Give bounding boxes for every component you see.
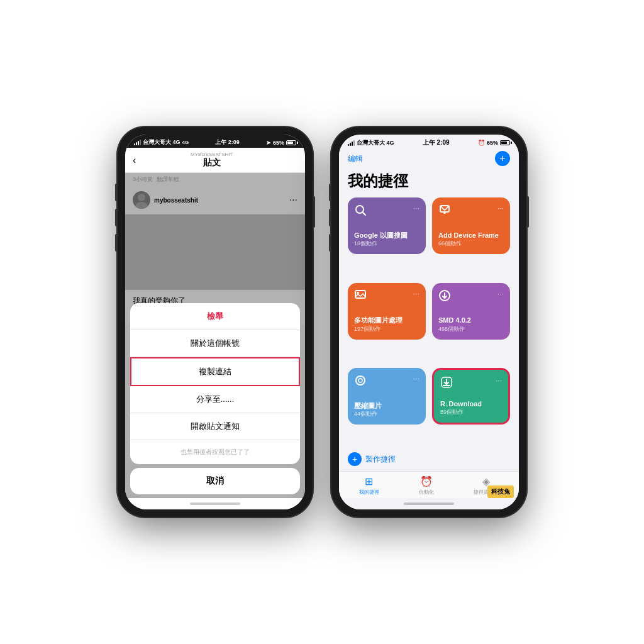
- action-item-copy[interactable]: 複製連結: [130, 357, 300, 386]
- battery-text-2: 65%: [487, 140, 498, 146]
- shortcuts-header: 編輯 +: [339, 148, 519, 171]
- action-cancel-button[interactable]: 取消: [130, 468, 300, 494]
- signal-icon-2: [348, 140, 355, 146]
- action-sheet-overlay: 檢舉 關於這個帳號 複製連結 分享至...... 開啟貼文通知 也禁用後者按照您…: [125, 173, 305, 498]
- card-options-6[interactable]: ···: [496, 376, 502, 385]
- card-count-6: 89個動作: [440, 408, 502, 416]
- scene: 台灣大哥大 4G 4G 上午 2:09 ➤ 65% ‹ MYBOSSEA: [0, 0, 644, 644]
- card-count-3: 197個動作: [354, 325, 419, 333]
- tab-automation[interactable]: ⏰ 自動化: [419, 475, 434, 496]
- tab-icon-shortcuts: ⊞: [365, 475, 373, 487]
- vol-up-button: [115, 209, 118, 226]
- post-area: 3小時前 翻譯年輕 mybosseatshit ··· 我真的受夠你了 分手吧: [125, 173, 305, 498]
- action-item-more: 也禁用後者按照您已了了: [130, 440, 300, 464]
- shortcut-card-4[interactable]: ··· SMD 4.0.2 498個動作: [432, 283, 510, 340]
- card-icon-6: [440, 376, 453, 392]
- svg-point-7: [357, 292, 359, 294]
- action-sheet: 檢舉 關於這個帳號 複製連結 分享至...... 開啟貼文通知 也禁用後者按照您…: [125, 299, 305, 498]
- tab-label-automation: 自動化: [419, 489, 434, 496]
- battery-text-1: 65%: [273, 140, 284, 146]
- carrier-1: 台灣大哥大 4G 4G: [134, 138, 189, 147]
- battery-icon-1: [286, 140, 296, 145]
- vol-down-button-2: [329, 234, 331, 252]
- home-indicator-2: [339, 498, 519, 509]
- make-shortcut-icon: +: [348, 452, 362, 466]
- card-count-5: 44個動作: [354, 410, 419, 418]
- card-name-2: Add Device Frame: [438, 231, 504, 240]
- card-icon-5: [354, 374, 367, 390]
- card-options-1[interactable]: ···: [413, 204, 419, 213]
- action-sheet-main: 檢舉 關於這個帳號 複製連結 分享至...... 開啟貼文通知 也禁用後者按照您…: [130, 303, 300, 464]
- action-item-about[interactable]: 關於這個帳號: [130, 330, 300, 357]
- battery-icon-2: [500, 140, 510, 145]
- svg-point-9: [356, 376, 365, 385]
- card-options-5[interactable]: ···: [413, 374, 419, 383]
- card-icon-2: [438, 204, 451, 219]
- card-icon-1: [354, 204, 367, 219]
- card-name-5: 壓縮圖片: [354, 401, 419, 410]
- card-count-1: 18個動作: [354, 240, 419, 248]
- card-icon-3: [354, 289, 367, 305]
- phone-1: 台灣大哥大 4G 4G 上午 2:09 ➤ 65% ‹ MYBOSSEA: [118, 127, 313, 517]
- home-indicator-1: [125, 498, 305, 509]
- vol-up-button-2: [329, 209, 331, 226]
- card-name-4: SMD 4.0.2: [438, 316, 504, 325]
- insta-header: ‹ MYBOSSEATSHIT 貼文: [125, 148, 305, 173]
- make-shortcut-row[interactable]: + 製作捷徑: [339, 447, 519, 471]
- status-bar-1: 台灣大哥大 4G 4G 上午 2:09 ➤ 65%: [125, 135, 305, 148]
- phone-2: 台灣大哥大 4G 上午 2:09 ⏰ 65% 編輯 + 我的捷徑: [331, 127, 526, 517]
- phone-1-screen: 台灣大哥大 4G 4G 上午 2:09 ➤ 65% ‹ MYBOSSEA: [125, 135, 305, 509]
- phone-2-screen: 台灣大哥大 4G 上午 2:09 ⏰ 65% 編輯 + 我的捷徑: [339, 135, 519, 509]
- shortcuts-title: 我的捷徑: [339, 171, 519, 197]
- action-sheet-title: 檢舉: [130, 303, 300, 330]
- make-shortcut-label: 製作捷徑: [365, 454, 396, 465]
- vol-down-button: [115, 234, 118, 252]
- shortcuts-grid: ··· Google 以圖搜圖 18個動作: [339, 197, 519, 447]
- shortcuts-content: 編輯 + 我的捷徑: [339, 148, 519, 498]
- card-name-6: R↓Download: [440, 399, 502, 408]
- add-shortcut-button[interactable]: +: [495, 151, 510, 166]
- card-options-3[interactable]: ···: [413, 289, 419, 298]
- svg-point-5: [443, 211, 446, 214]
- shortcut-card-5[interactable]: ··· 壓縮圖片 44個動作: [348, 368, 426, 425]
- svg-point-10: [358, 379, 362, 382]
- action-item-notify[interactable]: 開啟貼文通知: [130, 413, 300, 440]
- status-bar-2: 台灣大哥大 4G 上午 2:09 ⏰ 65%: [339, 135, 519, 148]
- back-button[interactable]: ‹: [133, 155, 136, 166]
- card-count-2: 66個動作: [438, 240, 504, 248]
- alarm-icon: ⏰: [478, 140, 485, 146]
- card-options-4[interactable]: ···: [497, 289, 504, 298]
- svg-line-3: [363, 213, 366, 216]
- card-icon-4: [438, 289, 451, 305]
- signal-icon: [134, 140, 141, 145]
- header-title: 貼文: [191, 157, 233, 169]
- card-count-4: 498個動作: [438, 325, 504, 333]
- tab-my-shortcuts[interactable]: ⊞ 我的捷徑: [359, 475, 379, 496]
- card-name-3: 多功能圖片處理: [354, 316, 419, 325]
- shortcut-card-2[interactable]: ··· Add Device Frame 66個動作: [432, 197, 510, 254]
- tab-label-shortcuts: 我的捷徑: [359, 489, 379, 496]
- tab-icon-automation: ⏰: [420, 475, 433, 487]
- edit-button[interactable]: 編輯: [348, 153, 363, 164]
- location-icon: ➤: [266, 140, 271, 146]
- card-options-2[interactable]: ···: [497, 204, 504, 213]
- carrier-2: 台灣大哥大 4G: [348, 139, 394, 147]
- watermark: 科技兔: [487, 486, 514, 498]
- action-item-share[interactable]: 分享至......: [130, 386, 300, 413]
- shortcut-card-3[interactable]: ··· 多功能圖片處理 197個動作: [348, 283, 426, 340]
- card-name-1: Google 以圖搜圖: [354, 231, 419, 240]
- time-2: 上午 2:09: [423, 138, 450, 147]
- header-username: MYBOSSEATSHIT: [191, 152, 233, 157]
- status-right-2: ⏰ 65%: [478, 140, 510, 146]
- status-right-1: ➤ 65%: [266, 140, 296, 146]
- time-1: 上午 2:09: [215, 138, 240, 147]
- shortcut-card-1[interactable]: ··· Google 以圖搜圖 18個動作: [348, 197, 426, 254]
- shortcut-card-6[interactable]: ··· R↓Download 89個動作: [432, 368, 510, 425]
